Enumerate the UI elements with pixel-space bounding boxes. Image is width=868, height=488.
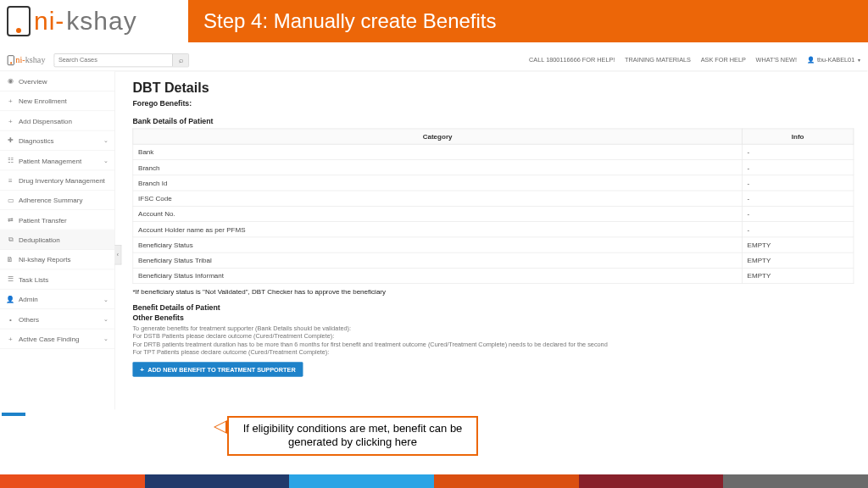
nav-label: Task Lists	[19, 275, 108, 283]
nav-icon: +	[6, 335, 14, 342]
cell-info: -	[742, 191, 854, 206]
chevron-down-icon: ⌄	[103, 315, 108, 322]
cell-category: Account No.	[133, 206, 743, 221]
instruction-line: For TPT Patients please declare outcome …	[132, 349, 854, 356]
table-row: Bank-	[133, 144, 854, 159]
col-info: Info	[742, 129, 854, 144]
chevron-down-icon: ⌄	[103, 137, 108, 144]
nav-icon: +	[6, 97, 14, 105]
cell-info: EMPTY	[742, 237, 854, 252]
help-call-link[interactable]: CALL 1800116666 FOR HELP!	[529, 57, 615, 64]
nav-label: Deduplication	[19, 236, 108, 243]
sidebar-item-ni-kshay-reports[interactable]: 🗎Ni-kshay Reports	[0, 250, 114, 269]
plus-icon: +	[140, 366, 144, 374]
bank-details-table: Category Info Bank-Branch-Branch Id-IFSC…	[132, 129, 854, 284]
logo-text-2: kshay	[25, 55, 46, 65]
logo-text-1: ni-	[34, 7, 64, 36]
sidebar-item-overview[interactable]: ◉Overview	[0, 71, 114, 91]
cell-category: Beneficiary Status	[133, 237, 743, 252]
sidebar-item-adherence-summary[interactable]: ▭Adherence Summary	[0, 191, 114, 210]
instruction-line: For DRTB patients treatment duration has…	[132, 341, 854, 347]
instruction-line: For DSTB Patients please declare outcome…	[132, 333, 854, 340]
validation-note: *If beneficiary status is "Not Validated…	[132, 287, 854, 295]
sidebar-item-deduplication[interactable]: ⧉Deduplication	[0, 230, 114, 249]
sidebar-item-diagnostics[interactable]: ✚Diagnostics⌄	[0, 130, 114, 150]
table-row: IFSC Code-	[133, 191, 854, 206]
nav-icon: ▭	[6, 196, 14, 204]
nav-icon: ⧉	[6, 236, 14, 244]
footer-bar	[145, 474, 290, 488]
sidebar: ‹ ◉Overview+New Enrollment+Add Dispensat…	[0, 71, 115, 409]
footer-bar	[289, 474, 434, 488]
cell-info: EMPTY	[742, 252, 854, 268]
nav-label: Overview	[19, 77, 108, 85]
nav-label: New Enrollment	[19, 97, 108, 105]
nav-icon: ☷	[6, 156, 14, 164]
sidebar-item-new-enrollment[interactable]: +New Enrollment	[0, 92, 114, 111]
nav-icon: ☰	[6, 275, 14, 284]
main-content: DBT Details Forego Benefits: Bank Detail…	[115, 71, 867, 409]
app-logo[interactable]: ni- kshay	[8, 55, 46, 65]
cell-category: IFSC Code	[133, 191, 743, 206]
nav-label: Add Dispensation	[19, 117, 108, 125]
callout-arrow-icon	[214, 420, 227, 434]
chevron-down-icon: ⌄	[103, 336, 108, 342]
bank-details-header: Bank Details of Patient	[132, 117, 854, 125]
ask-help-link[interactable]: ASK FOR HELP	[701, 57, 746, 64]
nav-icon: 👤	[6, 295, 14, 303]
add-new-benefit-label: Add New Benefit to Treatment Supporter	[147, 366, 295, 373]
instruction-line: To generate benefits for treatment suppo…	[132, 324, 854, 331]
user-name: tbu-KABEL01	[817, 57, 854, 64]
nav-label: Patient Management	[19, 157, 103, 164]
slide-title: Step 4: Manually create Benefits	[188, 0, 868, 42]
table-row: Account Holder name as per PFMS-	[133, 222, 854, 237]
sidebar-item-drug-inventory-management[interactable]: ≡Drug Inventory Management	[0, 170, 114, 190]
sidebar-item-patient-transfer[interactable]: ⇄Patient Transfer	[0, 210, 114, 230]
cell-info: -	[742, 175, 854, 191]
chevron-down-icon: ⌄	[103, 157, 108, 164]
cell-info: -	[742, 222, 854, 237]
phone-icon	[8, 55, 14, 65]
other-benefits-header: Other Benefits	[132, 313, 854, 322]
training-link[interactable]: TRAINING MATERIALS	[625, 57, 691, 64]
table-row: Beneficiary Status InformantEMPTY	[133, 268, 854, 283]
sidebar-item-active-case-finding[interactable]: +Active Case Finding⌄	[0, 329, 114, 348]
benefit-details-header: Benefit Details of Patient	[132, 303, 854, 312]
search-input[interactable]	[54, 57, 172, 64]
sidebar-item-admin[interactable]: 👤Admin⌄	[0, 290, 114, 309]
sidebar-item-patient-management[interactable]: ☷Patient Management⌄	[0, 151, 114, 170]
nav-label: Ni-kshay Reports	[19, 256, 108, 263]
brand-logo: ni- kshay	[0, 0, 188, 42]
add-new-benefit-button[interactable]: + Add New Benefit to Treatment Supporter	[132, 362, 303, 377]
cell-info: -	[742, 206, 854, 221]
search-box[interactable]: ⌕	[54, 53, 189, 67]
nav-label: Adherence Summary	[19, 197, 108, 204]
footer-bar	[579, 474, 724, 488]
user-menu[interactable]: tbu-KABEL01 ▾	[807, 57, 860, 64]
sidebar-item-task-lists[interactable]: ☰Task Lists	[0, 269, 114, 289]
table-row: Beneficiary StatusEMPTY	[133, 237, 854, 252]
callout-text: If eligibility conditions are met, benef…	[227, 416, 478, 456]
page-title: DBT Details	[132, 80, 854, 97]
nav-label: Patient Transfer	[19, 216, 108, 224]
sidebar-item-add-dispensation[interactable]: +Add Dispensation	[0, 111, 114, 130]
cell-category: Beneficiary Status Tribal	[133, 252, 743, 268]
table-row: Account No.-	[133, 206, 854, 221]
cell-info: EMPTY	[742, 268, 854, 283]
phone-icon	[7, 6, 31, 36]
forego-label: Forego Benefits:	[132, 98, 854, 107]
nav-label: Active Case Finding	[19, 335, 103, 342]
nav-icon: ✚	[6, 136, 14, 145]
nav-icon: •	[6, 315, 14, 323]
search-button[interactable]: ⌕	[172, 53, 188, 66]
whats-new-link[interactable]: WHAT'S NEW!	[756, 57, 797, 64]
footer-bar	[723, 474, 868, 488]
logo-text-1: ni-	[15, 55, 25, 65]
col-category: Category	[133, 129, 743, 144]
footer-color-bars	[0, 474, 868, 488]
sidebar-item-others[interactable]: •Others⌄	[0, 309, 114, 329]
table-row: Branch-	[133, 159, 854, 175]
nav-label: Admin	[19, 296, 103, 303]
sidebar-collapse-toggle[interactable]: ‹	[114, 245, 121, 264]
footer-bar	[0, 474, 145, 488]
